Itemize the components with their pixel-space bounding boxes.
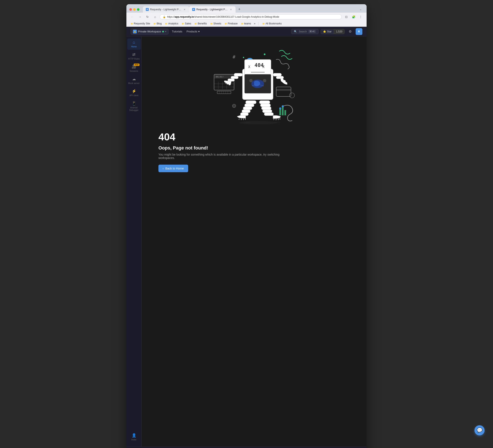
workspace-icon: 🔒 [133,30,137,33]
sidebar-item-android-debugger[interactable]: 📱 Android Debugger [127,99,141,113]
menu-button[interactable]: ⋮ [358,14,364,20]
minimize-window-button[interactable] [133,8,136,11]
chat-bubble-button[interactable]: 💬 [474,425,485,435]
bookmark-sales-label: Sales [185,22,191,25]
back-to-home-button[interactable]: ‹ Back to Home [158,165,188,172]
bookmark-requestly-site-label: Requestly Site [134,22,150,25]
tab-overflow-button[interactable]: ⌄ [358,6,364,12]
address-bar[interactable]: 🔒 https://app.requestly.io/shared-lists/… [160,14,342,19]
sidebar-item-sessions[interactable]: NEW 🎥 Sessions [127,63,141,74]
bookmark-sales[interactable]: 📁 Sales [180,22,192,25]
star-label: ⭐ Star [321,29,334,34]
svg-point-62 [274,121,280,123]
search-box[interactable]: 🔍 Search ⌘+K [291,29,319,34]
bookmarks-more-button[interactable]: » [253,22,256,25]
app-container: 🔒 Private Workspace ▾ Tutorials Products… [126,27,367,448]
svg-rect-38 [245,104,254,107]
bookmark-benefits[interactable]: 📁 Benefits [193,22,208,25]
error-description: You might be looking for something which… [158,153,285,160]
tab-title-2: Requestly - Lightweight Prox... [196,8,228,11]
svg-text:X: X [248,65,250,69]
svg-point-64 [233,105,235,107]
home-button[interactable]: ⌂ [152,14,158,20]
browser-tab-1[interactable]: R Requestly - Lightweight Prox... × [143,6,189,13]
forward-button[interactable]: → [137,14,143,20]
bookmark-firebase[interactable]: 📁 Firebase [223,22,239,25]
search-icon: 🔍 [294,30,297,33]
title-bar: R Requestly - Lightweight Prox... × R Re… [126,4,367,13]
workspace-label: Private Workspace [138,30,161,33]
bookmark-folder-icon-3: 📁 [165,22,168,25]
bookmarks-bar: 📁 Requestly Site 📁 Blog 📁 Analytics 📁 Sa… [126,21,367,27]
workspace-chevron-icon: ▾ [165,30,166,33]
app-footer: 📋 Product changelog 📄 Documentation 💬 Su… [126,447,367,448]
back-chevron-icon: ‹ [163,167,164,170]
http-rules-icon: ⇄ [132,52,135,57]
nav-tutorials[interactable]: Tutorials [172,30,182,33]
bookmark-sheets[interactable]: 📁 Sheets [209,22,223,25]
close-window-button[interactable] [129,8,132,11]
svg-line-43 [241,119,241,120]
nav-actions: ⊡ 🧩 ⋮ [343,14,364,20]
sidebar-item-invite[interactable]: 👤 Invite [127,431,141,443]
tab-close-1[interactable]: × [183,8,186,11]
bookmark-analytics[interactable]: 📁 Analytics [164,22,179,25]
user-avatar[interactable]: R [356,28,362,35]
extension-button[interactable]: 🧩 [351,14,357,20]
back-to-home-label: Back to Home [165,167,184,170]
split-view-button[interactable]: ⊡ [343,14,349,20]
search-label: Search [299,30,307,33]
svg-rect-48 [261,107,271,110]
svg-point-4 [264,54,266,55]
bookmark-sheets-label: Sheets [213,22,221,25]
tab-favicon-1: R [146,8,149,11]
tab-favicon-2: R [192,8,195,11]
error-content: 404 Oops, Page not found! You might be l… [154,131,285,172]
invite-icon: 👤 [132,433,136,438]
sidebar-home-label: Home [131,45,137,48]
app-header: 🔒 Private Workspace ▾ Tutorials Products… [126,27,367,36]
svg-point-63 [232,104,236,108]
back-button[interactable]: ← [129,14,135,20]
all-bookmarks-button[interactable]: 📁 All Bookmarks [261,22,283,25]
svg-rect-7 [276,89,291,91]
browser-tab-2[interactable]: R Requestly - Lightweight Prox... × [189,6,235,13]
reload-button[interactable]: ↻ [145,14,150,20]
tab-title-1: Requestly - Lightweight Prox... [150,8,182,11]
sidebar-item-home[interactable]: ⌂ Home [127,39,141,50]
bookmark-requestly-site[interactable]: 📁 Requestly Site [129,22,151,25]
tab-close-2[interactable]: × [229,8,233,11]
all-bookmarks-label: All Bookmarks [266,22,282,25]
main-layout: ⌂ Home ⇄ HTTP Rules NEW 🎥 Sessions ☁ Moc… [126,36,367,447]
bookmarks-separator [258,22,258,25]
sidebar-item-http-rules[interactable]: ⇄ HTTP Rules [127,51,141,62]
bookmark-blog-label: Blog [157,22,162,25]
maximize-window-button[interactable] [137,8,139,11]
bookmark-firebase-label: Firebase [228,22,238,25]
sidebar-api-client-label: API client [129,94,138,97]
bookmark-blog[interactable]: 📁 Blog [152,22,163,25]
sidebar-item-api-client[interactable]: ⚡ API client [127,87,141,98]
svg-rect-50 [264,113,273,116]
settings-button[interactable]: ⚙ [347,28,354,35]
traffic-lights [129,8,139,11]
svg-point-30 [263,79,266,82]
svg-point-3 [243,57,244,58]
svg-text:X: X [262,65,265,69]
bookmark-benefits-label: Benefits [198,22,207,25]
robot-illustration: # D0|(0|! [202,45,307,125]
svg-line-42 [239,119,239,120]
github-star-button[interactable]: ⭐ Star 1,520 [321,29,345,34]
svg-line-54 [280,118,280,120]
sidebar-bottom: 👤 Invite [127,430,141,444]
workspace-selector[interactable]: 🔒 Private Workspace ▾ [131,29,168,34]
sidebar-item-mock-server[interactable]: ☁ Mock server [127,75,141,86]
sidebar-http-rules-label: HTTP Rules [128,58,139,60]
svg-rect-39 [243,107,252,110]
search-shortcut: ⌘+K [308,30,316,33]
new-tab-button[interactable]: + [236,6,242,12]
bookmark-teams[interactable]: 📁 teams [240,22,252,25]
bookmark-folder-icon-2: 📁 [153,22,156,25]
nav-products[interactable]: Products ▾ [186,30,200,33]
svg-rect-41 [240,113,248,116]
